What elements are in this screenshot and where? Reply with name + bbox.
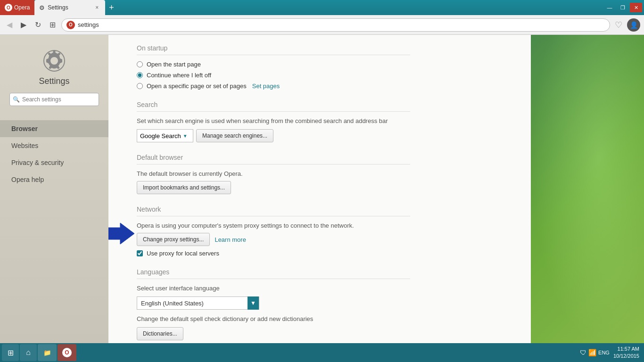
language-dropdown-arrow[interactable]: ▼ xyxy=(248,296,259,310)
reload-button[interactable]: ↻ xyxy=(32,18,44,31)
addressbar: ◀ ▶ ↻ ⊞ O settings ♡ 👤 xyxy=(0,15,644,35)
nav-items: Browser Websites Privacy & security Oper… xyxy=(0,120,108,188)
taskbar-system-icons: 🛡 📶 ENG xyxy=(580,349,610,356)
grid-button[interactable]: ⊞ xyxy=(47,18,58,31)
window-controls: — ❐ ✕ xyxy=(603,3,644,12)
use-proxy-checkbox[interactable] xyxy=(137,250,143,256)
sidebar-item-privacy[interactable]: Privacy & security xyxy=(0,154,108,171)
languages-section: Languages Select user interface language… xyxy=(137,268,410,343)
search-settings-wrapper: 🔍 xyxy=(9,93,99,106)
taskbar-time-display: 11:57 AM xyxy=(613,346,639,353)
startup-section-title: On startup xyxy=(137,44,410,55)
search-section-title: Search xyxy=(137,101,410,112)
sidebar-item-help[interactable]: Opera help xyxy=(0,171,108,188)
change-proxy-button[interactable]: Change proxy settings... xyxy=(137,233,210,246)
startup-radio-start[interactable] xyxy=(137,61,143,67)
opera-taskbar-icon: O xyxy=(62,348,72,357)
proxy-row: Change proxy settings... Learn more xyxy=(137,233,410,246)
taskbar-right: 🛡 📶 ENG 11:57 AM 10/12/2015 xyxy=(580,346,642,360)
search-settings-input[interactable] xyxy=(9,93,99,106)
default-browser-section: Default browser The default browser is c… xyxy=(137,154,410,194)
dropdown-arrow-icon: ▼ xyxy=(183,133,188,139)
manage-search-engines-button[interactable]: Manage search engines... xyxy=(196,129,273,142)
bookmarks-button[interactable]: ♡ xyxy=(613,18,624,32)
home-icon: ⌂ xyxy=(26,348,31,357)
folder-taskbar-button[interactable]: 📁 xyxy=(38,344,57,361)
search-section: Search Set which search engine is used w… xyxy=(137,101,410,142)
sidebar-item-websites[interactable]: Websites xyxy=(0,137,108,154)
settings-title: Settings xyxy=(39,76,69,86)
default-browser-title: Default browser xyxy=(137,154,410,165)
folder-icon: 📁 xyxy=(43,349,51,356)
startup-option-start[interactable]: Open the start page xyxy=(137,61,410,68)
content-area: On startup Open the start page Continue … xyxy=(108,35,531,343)
taskbar-shield-icon: 🛡 xyxy=(580,349,586,356)
spell-check-desc: Change the default spell check dictionar… xyxy=(137,315,410,322)
start-button[interactable]: ⊞ xyxy=(2,344,19,361)
language-select-value: English (United States) xyxy=(137,297,248,309)
opera-logo-address: O xyxy=(66,21,75,29)
language-select-container[interactable]: English (United States) ▼ xyxy=(137,296,259,310)
search-settings-icon: 🔍 xyxy=(13,96,20,103)
taskbar: ⊞ ⌂ 📁 O 🛡 📶 ENG 11:57 AM 10/12/2015 xyxy=(0,343,644,362)
import-bookmarks-button[interactable]: Import bookmarks and settings... xyxy=(137,181,231,194)
use-proxy-checkbox-label[interactable]: Use proxy for local servers xyxy=(137,250,410,257)
profile-button[interactable]: 👤 xyxy=(627,18,640,32)
tab-close-button[interactable]: × xyxy=(93,3,100,12)
titlebar: O Opera ⚙ Settings × + — ❐ ✕ xyxy=(0,0,644,15)
learn-more-link[interactable]: Learn more xyxy=(215,236,246,243)
close-button[interactable]: ✕ xyxy=(630,3,642,12)
opera-menu-button[interactable]: O Opera xyxy=(0,0,34,15)
startup-radio-continue[interactable] xyxy=(137,72,143,78)
sidebar: Settings 🔍 Browser Websites Privacy & se… xyxy=(0,35,108,343)
settings-icon-small: ⚙ xyxy=(39,4,45,11)
svg-marker-2 xyxy=(108,223,134,244)
forward-button[interactable]: ▶ xyxy=(18,18,29,31)
opera-label: Opera xyxy=(14,4,30,11)
svg-point-1 xyxy=(50,57,58,65)
new-tab-button[interactable]: + xyxy=(105,0,118,15)
taskbar-signal-icon: 📶 xyxy=(588,349,596,356)
taskbar-lang: ENG xyxy=(598,350,610,355)
taskbar-date-display: 10/12/2015 xyxy=(613,353,639,360)
network-section-title: Network xyxy=(137,206,410,216)
startup-option-continue[interactable]: Continue where I left off xyxy=(137,72,410,79)
startup-option-specific[interactable]: Open a specific page or set of pages Set… xyxy=(137,82,410,90)
search-engine-dropdown[interactable]: Google Search ▼ xyxy=(137,129,193,142)
restore-button[interactable]: ❐ xyxy=(617,3,629,12)
home-taskbar-button[interactable]: ⌂ xyxy=(20,344,37,361)
startup-section: On startup Open the start page Continue … xyxy=(137,44,410,90)
right-panel xyxy=(531,35,644,343)
set-pages-link[interactable]: Set pages xyxy=(252,82,280,90)
arrow-indicator xyxy=(108,221,134,247)
languages-section-title: Languages xyxy=(137,268,410,279)
network-desc: Opera is using your computer's system pr… xyxy=(137,222,410,229)
network-section: Network Opera is using your computer's s… xyxy=(137,206,410,257)
search-desc: Set which search engine is used when sea… xyxy=(137,117,410,124)
tab-label: Settings xyxy=(48,4,68,11)
settings-header: Settings 🔍 xyxy=(0,44,108,115)
opera-taskbar-button[interactable]: O xyxy=(58,344,76,361)
back-button[interactable]: ◀ xyxy=(4,18,15,31)
startup-radio-specific[interactable] xyxy=(137,83,143,89)
content-inner: On startup Open the start page Continue … xyxy=(108,35,438,343)
active-tab[interactable]: ⚙ Settings × xyxy=(34,0,105,15)
search-engine-row: Google Search ▼ Manage search engines... xyxy=(137,129,410,142)
sidebar-item-browser[interactable]: Browser xyxy=(0,120,108,137)
url-display: settings xyxy=(78,21,605,28)
taskbar-clock: 11:57 AM 10/12/2015 xyxy=(613,346,639,360)
minimize-button[interactable]: — xyxy=(603,3,616,12)
dictionaries-button[interactable]: Dictionaries... xyxy=(137,327,183,340)
select-lang-label: Select user interface language xyxy=(137,285,410,292)
default-browser-text: The default browser is currently Opera. xyxy=(137,170,410,177)
titlebar-left: O Opera ⚙ Settings × + xyxy=(0,0,603,15)
address-bar-field[interactable]: O settings xyxy=(61,18,610,32)
gear-icon xyxy=(42,49,66,73)
main-layout: Settings 🔍 Browser Websites Privacy & se… xyxy=(0,35,644,343)
opera-logo-icon: O xyxy=(5,4,12,11)
startup-radio-group: Open the start page Continue where I lef… xyxy=(137,61,410,90)
use-proxy-label: Use proxy for local servers xyxy=(147,250,219,257)
